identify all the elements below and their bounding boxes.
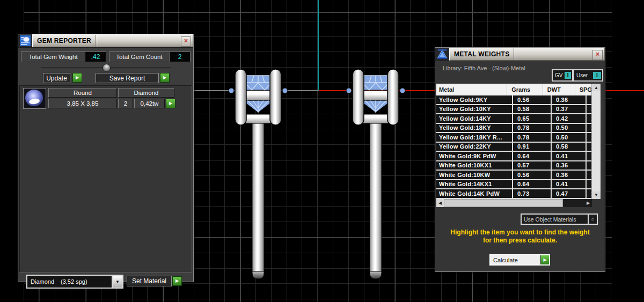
gem-reporter-icon [18, 34, 32, 47]
horizontal-scroll-thumb[interactable] [444, 199, 563, 207]
table-row[interactable]: Yellow Gold:14KY 0.65 0.42 12.88 [436, 114, 592, 124]
cell-dwt: 0.58 [552, 143, 587, 151]
use-object-materials-control[interactable]: Use Object Materials ○ [521, 213, 598, 225]
table-row[interactable]: Yellow Gold:10KY 0.58 0.37 11.45 [436, 105, 592, 115]
cell-grams: 0.65 [513, 114, 552, 123]
calculate-button[interactable]: Calculate ▶ [489, 254, 550, 266]
cell-grams: 0.78 [513, 133, 552, 142]
cell-metal: Yellow Gold:18KY [436, 124, 513, 132]
save-report-button[interactable]: Save Report [96, 73, 159, 83]
metal-weights-panel: METAL WEIGHTS × Library: Fifth Ave - (Sl… [435, 47, 605, 272]
cell-metal: White Gold:14K PdW [436, 189, 513, 198]
update-go-icon[interactable]: ▶ [72, 73, 82, 83]
gem-reporter-title: GEM REPORTER [33, 37, 91, 45]
table-row[interactable]: White Gold:14K PdW 0.73 0.47 14.37 [436, 189, 592, 199]
gem-reporter-titlebar[interactable]: GEM REPORTER × [18, 34, 193, 48]
cell-grams: 0.57 [513, 161, 552, 170]
metal-weights-title: METAL WEIGHTS [450, 50, 509, 58]
table-vertical-scrollbar[interactable]: ▲ ▼ [591, 84, 601, 199]
scroll-up-icon[interactable]: ▲ [592, 84, 601, 91]
scroll-left-icon[interactable]: ◀ [436, 199, 444, 207]
cell-metal: Yellow Gold:22KY [436, 143, 513, 151]
stud-earring-right[interactable] [343, 68, 408, 282]
prong-right [387, 69, 399, 125]
gem-list-row[interactable]: Round Diamond 3,85 X 3,85 2 0,42tw ▶ [20, 86, 192, 109]
cell-grams: 0.64 [513, 152, 552, 160]
radio-icon[interactable]: ○ [588, 215, 597, 224]
user-toggle[interactable]: User I [573, 69, 603, 82]
basket-band [360, 114, 391, 123]
table-row[interactable]: Yellow Gold:18KY 0.78 0.50 15.41 [436, 124, 592, 134]
cell-dwt: 0.36 [552, 161, 587, 170]
prong-right [270, 69, 281, 125]
cell-metal: Yellow Gold:10KY [436, 105, 513, 114]
cell-grams: 0.64 [513, 180, 552, 189]
cad-viewport: GEM REPORTER × Total Gem Weight ,42 Tota… [0, 0, 644, 302]
cell-grams: 0.91 [513, 143, 552, 151]
table-header-row: Metal Grams DWT SPG [436, 84, 592, 95]
close-icon[interactable]: × [592, 50, 603, 60]
user-toggle-label: User [574, 72, 590, 78]
scroll-down-icon[interactable]: ▼ [592, 191, 601, 199]
gem-thumbnail[interactable] [23, 88, 46, 109]
use-object-materials-label: Use Object Materials [522, 215, 588, 224]
cell-dwt: 0.42 [552, 114, 587, 123]
cell-dwt: 0.47 [552, 189, 587, 198]
gv-toggle[interactable]: GV I [552, 69, 573, 82]
table-row[interactable]: White Gold:14KX1 0.64 0.41 12.61 [436, 180, 592, 190]
table-row[interactable]: Yellow Gold:9KY 0.56 0.36 11.08 [436, 95, 592, 105]
cell-grams: 0.58 [513, 105, 552, 114]
total-gem-count-value: 2 [169, 51, 191, 62]
diamond-pavilion [242, 100, 274, 113]
gem-size-slider-handle[interactable] [103, 64, 111, 72]
calculate-label: Calculate [491, 255, 540, 264]
cell-metal: Yellow Gold:9KY [436, 95, 513, 104]
post-tip [370, 271, 382, 279]
table-horizontal-scrollbar[interactable]: ◀ ▶ [436, 199, 592, 207]
cell-dwt: 0.37 [552, 105, 587, 114]
gem-count-cell: 2 [118, 99, 133, 108]
cell-grams: 0.78 [513, 124, 552, 132]
cell-metal: Yellow Gold:18KY R... [436, 133, 513, 142]
metal-weights-titlebar[interactable]: METAL WEIGHTS × [435, 48, 605, 61]
header-metal: Metal [436, 84, 507, 95]
gem-reporter-panel: GEM REPORTER × Total Gem Weight ,42 Tota… [18, 34, 194, 282]
cell-dwt: 0.41 [552, 180, 587, 189]
cell-dwt: 0.36 [552, 171, 587, 179]
basket-band [243, 114, 274, 123]
table-row[interactable]: Yellow Gold:18KY R... 0.78 0.50 15.41 [436, 133, 592, 143]
table-row[interactable]: White Gold:10KW 0.56 0.36 10.99 [436, 171, 592, 180]
chevron-down-icon[interactable]: ▼ [112, 276, 122, 288]
material-dropdown[interactable]: Diamond (3,52 spg) ▼ [26, 275, 123, 289]
table-row[interactable]: Yellow Gold:22KY 0.91 0.58 17.89 [436, 143, 592, 152]
set-material-button[interactable]: Set Material [127, 276, 172, 286]
close-icon[interactable]: × [181, 36, 191, 47]
stud-earring-left[interactable] [226, 68, 290, 282]
cell-metal: White Gold:10KW [436, 171, 513, 179]
cell-grams: 0.56 [513, 95, 552, 104]
set-material-go-icon[interactable]: ▶ [172, 276, 182, 286]
table-row[interactable]: White Gold:10KX1 0.57 0.36 11.18 [436, 161, 592, 171]
table-row[interactable]: White Gold:9K PdW 0.64 0.41 12.59 [436, 152, 592, 161]
cell-dwt: 0.36 [552, 95, 587, 104]
cell-metal: White Gold:10KX1 [436, 161, 513, 170]
instruction-line-1: Highlight the item you want to find the … [435, 229, 605, 236]
diamond-pavilion [360, 100, 392, 113]
total-gem-weight-value: ,42 [85, 51, 106, 62]
earring-post [252, 123, 264, 272]
scroll-right-icon[interactable]: ▶ [584, 199, 592, 207]
cell-dwt: 0.41 [552, 152, 587, 160]
save-report-go-icon[interactable]: ▶ [160, 73, 170, 83]
gem-reporter-body: Total Gem Weight ,42 Total Gem Count 2 U… [18, 47, 193, 282]
earring-post [370, 123, 382, 272]
metal-weights-icon [435, 48, 449, 61]
cell-metal: White Gold:14KX1 [436, 180, 513, 189]
material-dropdown-detail: (3,52 spg) [54, 276, 87, 288]
cell-dwt: 0.50 [552, 133, 587, 142]
header-grams: Grams [507, 84, 543, 95]
header-spg: SPG [575, 84, 592, 95]
gem-row-go-icon[interactable]: ▶ [166, 99, 175, 108]
update-button[interactable]: Update [43, 73, 70, 83]
calculate-go-icon[interactable]: ▶ [540, 255, 549, 264]
gem-material-header: Diamond [118, 88, 174, 98]
